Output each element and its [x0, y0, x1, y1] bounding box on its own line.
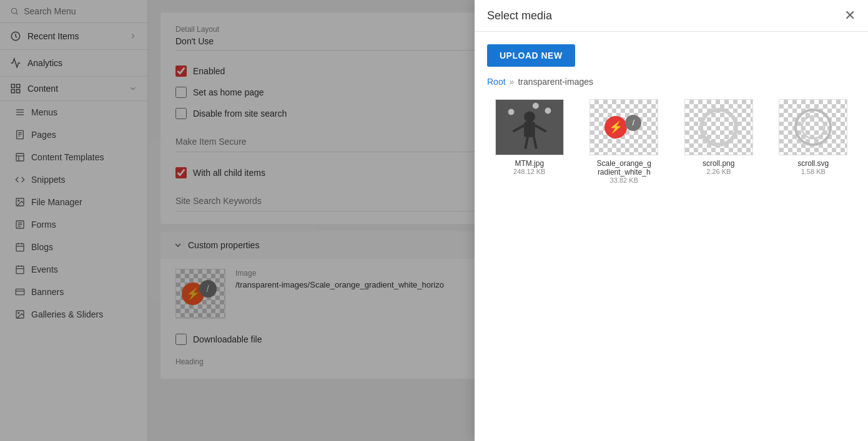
scroll-png-preview	[697, 105, 741, 149]
modal-title: Select media	[487, 9, 552, 22]
media-grid: MTM.jpg 248.12 KB ⚡ / Scale_orange_g rad…	[487, 99, 856, 184]
media-item-scale-orange[interactable]: ⚡ / Scale_orange_g radient_white_h 33.82…	[582, 99, 667, 184]
media-thumb-scale-orange: ⚡ /	[589, 99, 658, 155]
scale-slash-circle: /	[625, 115, 641, 131]
svg-point-45	[533, 103, 539, 109]
media-item-name: MTM.jpg	[515, 159, 544, 168]
svg-point-46	[701, 110, 736, 145]
media-thumb-mtm	[495, 99, 564, 155]
media-item-size: 2.26 KB	[706, 168, 731, 175]
breadcrumb-root[interactable]: Root	[487, 77, 506, 87]
modal-overlay: Select media ✕ UPLOAD NEW Root » transpa…	[0, 0, 868, 441]
mtm-photo	[496, 99, 563, 155]
media-thumb-scroll-svg	[779, 99, 847, 155]
media-item-mtm[interactable]: MTM.jpg 248.12 KB	[487, 99, 572, 184]
svg-point-47	[796, 110, 831, 145]
modal-body: UPLOAD NEW Root » transparent-images	[475, 32, 868, 441]
svg-point-43	[508, 109, 514, 115]
media-item-size: 248.12 KB	[513, 168, 545, 175]
upload-new-button[interactable]: UPLOAD NEW	[487, 44, 575, 67]
media-item-scroll-svg[interactable]: scroll.svg 1.58 KB	[771, 99, 856, 184]
media-item-scroll-png[interactable]: scroll.png 2.26 KB	[676, 99, 761, 184]
media-item-size: 1.58 KB	[801, 168, 826, 175]
media-item-name: scroll.svg	[797, 159, 829, 168]
media-item-name: scroll.png	[703, 159, 734, 168]
media-item-size: 33.82 KB	[610, 177, 638, 184]
media-item-name: Scale_orange_g radient_white_h	[589, 159, 658, 177]
breadcrumb-current: transparent-images	[518, 77, 593, 87]
modal-header: Select media ✕	[475, 0, 868, 32]
scroll-svg-preview	[791, 105, 835, 149]
svg-rect-38	[524, 122, 535, 137]
breadcrumb: Root » transparent-images	[487, 77, 856, 87]
scale-orange-circle: ⚡	[604, 116, 627, 138]
svg-point-44	[545, 108, 551, 114]
select-media-modal: Select media ✕ UPLOAD NEW Root » transpa…	[475, 0, 868, 441]
media-thumb-scroll-png	[684, 99, 753, 155]
breadcrumb-separator: »	[510, 77, 515, 87]
svg-point-48	[802, 116, 824, 138]
svg-point-37	[524, 111, 535, 122]
modal-close-button[interactable]: ✕	[844, 9, 856, 22]
